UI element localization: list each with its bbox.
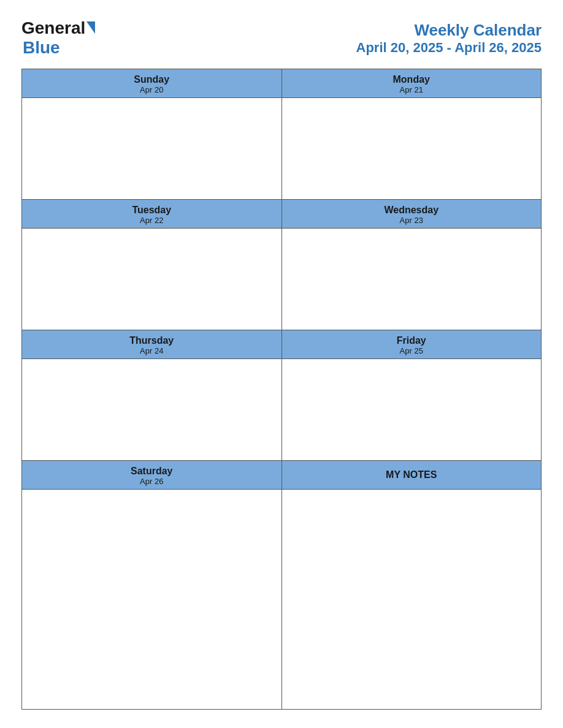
header-row-4: Saturday Apr 26 MY NOTES xyxy=(22,461,541,490)
friday-body[interactable] xyxy=(282,359,542,460)
wednesday-header: Wednesday Apr 23 xyxy=(282,200,542,228)
wednesday-header-cell: Wednesday Apr 23 xyxy=(282,200,542,228)
body-row-1 xyxy=(22,98,541,199)
calendar-grid: Sunday Apr 20 Monday Apr 21 xyxy=(21,69,542,710)
header-row-3: Thursday Apr 24 Friday Apr 25 xyxy=(22,330,541,359)
header-row-2: Tuesday Apr 22 Wednesday Apr 23 xyxy=(22,200,541,229)
saturday-date: Apr 26 xyxy=(25,477,279,486)
page: General Blue Weekly Calendar April 20, 2… xyxy=(0,0,563,728)
friday-date: Apr 25 xyxy=(285,346,539,355)
calendar-date-range: April 20, 2025 - April 26, 2025 xyxy=(356,40,542,56)
monday-header-cell: Monday Apr 21 xyxy=(282,69,542,97)
tuesday-name: Tuesday xyxy=(25,205,279,216)
saturday-name: Saturday xyxy=(25,466,279,477)
tuesday-body[interactable] xyxy=(22,229,282,330)
friday-header-cell: Friday Apr 25 xyxy=(282,330,542,358)
wednesday-name: Wednesday xyxy=(285,205,539,216)
body-row-2 xyxy=(22,229,541,330)
notes-header-cell: MY NOTES xyxy=(282,461,542,489)
monday-header: Monday Apr 21 xyxy=(282,69,542,97)
notes-body[interactable] xyxy=(282,490,542,709)
wednesday-body[interactable] xyxy=(282,229,542,330)
friday-header: Friday Apr 25 xyxy=(282,330,542,358)
logo: General Blue xyxy=(21,18,95,58)
logo-general-text: General xyxy=(21,18,85,38)
saturday-header-cell: Saturday Apr 26 xyxy=(22,461,282,489)
notes-label: MY NOTES xyxy=(386,469,437,480)
friday-name: Friday xyxy=(285,335,539,346)
thursday-header-cell: Thursday Apr 24 xyxy=(22,330,282,358)
tuesday-header-cell: Tuesday Apr 22 xyxy=(22,200,282,228)
logo-blue-text: Blue xyxy=(23,38,60,58)
monday-date: Apr 21 xyxy=(285,85,539,94)
body-row-3 xyxy=(22,359,541,460)
thursday-name: Thursday xyxy=(25,335,279,346)
sunday-name: Sunday xyxy=(25,74,279,85)
week-row-4: Saturday Apr 26 MY NOTES xyxy=(22,461,541,709)
sunday-header: Sunday Apr 20 xyxy=(22,69,282,97)
sunday-date: Apr 20 xyxy=(25,85,279,94)
body-row-4 xyxy=(22,490,541,709)
wednesday-date: Apr 23 xyxy=(285,216,539,225)
logo-triangle-icon xyxy=(86,21,95,34)
header-row-1: Sunday Apr 20 Monday Apr 21 xyxy=(22,69,541,98)
sunday-body[interactable] xyxy=(22,98,282,199)
thursday-body[interactable] xyxy=(22,359,282,460)
sunday-header-cell: Sunday Apr 20 xyxy=(22,69,282,97)
week-row-1: Sunday Apr 20 Monday Apr 21 xyxy=(22,69,541,200)
calendar-title: Weekly Calendar xyxy=(356,21,542,40)
tuesday-header: Tuesday Apr 22 xyxy=(22,200,282,228)
thursday-header: Thursday Apr 24 xyxy=(22,330,282,358)
header: General Blue Weekly Calendar April 20, 2… xyxy=(21,18,542,58)
notes-header: MY NOTES xyxy=(282,461,542,489)
tuesday-date: Apr 22 xyxy=(25,216,279,225)
title-block: Weekly Calendar April 20, 2025 - April 2… xyxy=(356,21,542,56)
monday-body[interactable] xyxy=(282,98,542,199)
week-row-3: Thursday Apr 24 Friday Apr 25 xyxy=(22,330,541,461)
thursday-date: Apr 24 xyxy=(25,346,279,355)
saturday-header: Saturday Apr 26 xyxy=(22,461,282,489)
monday-name: Monday xyxy=(285,74,539,85)
saturday-body[interactable] xyxy=(22,490,282,709)
week-row-2: Tuesday Apr 22 Wednesday Apr 23 xyxy=(22,200,541,330)
